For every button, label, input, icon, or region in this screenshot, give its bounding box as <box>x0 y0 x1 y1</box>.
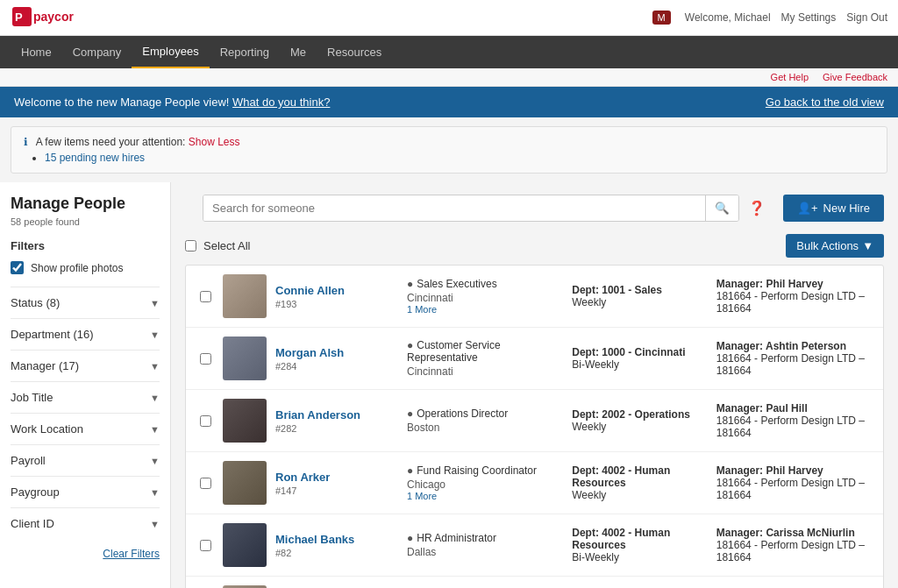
employee-name[interactable]: Michael Banks <box>275 533 354 546</box>
employee-photo <box>223 274 267 318</box>
filter-status[interactable]: Status (8) ▼ <box>11 287 160 318</box>
role-title: ●Operations Director <box>407 407 563 420</box>
freq-label: Bi-Weekly <box>572 551 707 563</box>
nav-resources[interactable]: Resources <box>317 37 392 67</box>
employee-checkbox[interactable] <box>200 540 211 551</box>
filter-manager[interactable]: Manager (17) ▼ <box>11 350 160 381</box>
give-feedback-link[interactable]: Give Feedback <box>823 72 887 82</box>
my-settings-link[interactable]: My Settings <box>781 11 837 24</box>
select-all-area: Select All <box>185 239 250 252</box>
employee-name[interactable]: Ron Arker <box>275 471 330 484</box>
bulk-actions-button[interactable]: Bulk Actions ▼ <box>786 234 884 258</box>
search-button[interactable]: 🔍 <box>705 195 738 221</box>
filter-job-title-label: Job Title <box>11 391 53 404</box>
sidebar-title: Manage People <box>11 195 160 213</box>
get-help-link[interactable]: Get Help <box>771 72 809 82</box>
search-input[interactable] <box>203 195 705 221</box>
filter-client-id-label: Client ID <box>11 517 54 530</box>
chevron-down-icon: ▼ <box>150 519 160 529</box>
company-label: 181664 - Perform Design LTD – 181664 <box>716 290 873 315</box>
employee-checkbox[interactable] <box>200 415 211 427</box>
row-checkbox-1[interactable] <box>196 353 214 365</box>
employee-dept: Dept: 4002 - Human Resources Bi-Weekly <box>572 527 707 563</box>
manager-name: Manager: Carissa McNiurlin <box>716 527 873 539</box>
new-hire-button[interactable]: 👤+ New Hire <box>783 195 884 222</box>
nav-employees[interactable]: Employees <box>132 36 209 68</box>
table-row: Connie Allen #193 ●Sales Executives Cinc… <box>186 266 883 328</box>
manage-header: 🔍 ❓ 👤+ New Hire <box>185 195 884 222</box>
chevron-down-icon: ▼ <box>150 361 160 372</box>
chevron-down-icon: ▼ <box>150 487 160 498</box>
nav-reporting[interactable]: Reporting <box>210 37 280 67</box>
employee-location: Cincinnati <box>407 292 563 304</box>
employee-checkbox[interactable] <box>200 478 211 489</box>
role-title: ●Customer Service Representative <box>407 339 563 364</box>
nav-home[interactable]: Home <box>11 37 62 67</box>
employee-manager: Manager: Carissa McNiurlin 181664 - Perf… <box>716 527 873 563</box>
row-checkbox-0[interactable] <box>196 291 214 302</box>
employee-dept: Dept: 1001 - Sales Weekly <box>572 284 707 308</box>
employee-checkbox[interactable] <box>200 291 211 302</box>
filter-payroll[interactable]: Payroll ▼ <box>11 444 160 476</box>
help-icon[interactable]: ❓ <box>748 200 766 216</box>
company-label: 181664 - Perform Design LTD – 181664 <box>716 352 873 377</box>
sign-out-link[interactable]: Sign Out <box>846 11 887 24</box>
employee-checkbox[interactable] <box>200 353 211 365</box>
show-photos-checkbox[interactable] <box>11 261 24 274</box>
employee-name[interactable]: Morgan Alsh <box>275 346 344 359</box>
filter-status-label: Status (8) <box>11 296 60 309</box>
search-area: 🔍 ❓ <box>203 195 766 222</box>
employee-location: Dallas <box>407 546 563 558</box>
employee-id: #193 <box>275 299 398 309</box>
employee-role: ●Sales Executives Cincinnati 1 More <box>407 278 563 315</box>
filter-department[interactable]: Department (16) ▼ <box>11 318 160 350</box>
toolbar: Select All Bulk Actions ▼ <box>185 234 884 258</box>
employee-id: #284 <box>275 361 398 372</box>
show-less-link[interactable]: Show Less <box>189 136 240 148</box>
chevron-down-icon: ▼ <box>150 298 160 308</box>
freq-label: Weekly <box>572 489 707 501</box>
alert-message: ℹ A few items need your attention: Show … <box>24 136 874 148</box>
filter-client-id[interactable]: Client ID ▼ <box>11 507 160 539</box>
freq-label: Weekly <box>572 296 707 308</box>
chevron-down-icon: ▼ <box>150 393 160 403</box>
sidebar-count: 58 people found <box>11 216 160 227</box>
filter-job-title[interactable]: Job Title ▼ <box>11 381 160 413</box>
nav-company[interactable]: Company <box>62 37 132 67</box>
show-photos-label: Show profile photos <box>31 262 123 274</box>
row-checkbox-2[interactable] <box>196 415 214 427</box>
search-box: 🔍 <box>203 195 739 222</box>
sidebar: Manage People 58 people found Filters Sh… <box>0 182 171 588</box>
pending-hires-link[interactable]: 15 pending new hires <box>45 152 145 164</box>
employee-name[interactable]: Brian Anderson <box>275 408 360 422</box>
row-checkbox-4[interactable] <box>196 540 214 551</box>
dept-label: Dept: 4002 - Human Resources <box>572 527 707 551</box>
employee-dept: Dept: 1000 - Cincinnati Bi-Weekly <box>572 346 707 371</box>
employee-dept: Dept: 4002 - Human Resources Weekly <box>572 464 707 501</box>
nav-me[interactable]: Me <box>280 37 317 67</box>
role-title: ●HR Administrator <box>407 532 563 544</box>
clear-filters-link[interactable]: Clear Filters <box>11 548 160 560</box>
table-row: Ann Barre #105 ●Manager- Project Service… <box>186 577 883 588</box>
employee-name[interactable]: Connie Allen <box>275 284 345 297</box>
row-checkbox-3[interactable] <box>196 478 214 489</box>
chevron-down-icon: ▼ <box>150 456 160 466</box>
dept-label: Dept: 2002 - Operations <box>572 408 707 421</box>
employee-id: #147 <box>275 485 398 496</box>
filter-paygroup-label: Paygroup <box>11 485 60 499</box>
main-content: 🔍 ❓ 👤+ New Hire Select All Bulk Actions … <box>171 182 898 588</box>
table-row: Michael Banks #82 ●HR Administrator Dall… <box>186 514 883 577</box>
filter-paygroup[interactable]: Paygroup ▼ <box>11 476 160 507</box>
user-badge: M <box>652 11 671 25</box>
help-bar: Get Help Give Feedback <box>0 68 898 87</box>
banner-link[interactable]: What do you think? <box>232 96 330 109</box>
employee-more[interactable]: 1 More <box>407 491 563 501</box>
filter-work-location[interactable]: Work Location ▼ <box>11 413 160 444</box>
show-photos-toggle[interactable]: Show profile photos <box>11 261 160 274</box>
banner-text: Welcome to the new Manage People view! W… <box>14 96 330 109</box>
employee-manager: Manager: Ashtin Peterson 181664 - Perfor… <box>716 340 873 377</box>
back-to-old-link[interactable]: Go back to the old view <box>766 96 884 109</box>
alert-box: ℹ A few items need your attention: Show … <box>11 126 887 174</box>
select-all-checkbox[interactable] <box>185 240 196 251</box>
employee-more[interactable]: 1 More <box>407 304 563 315</box>
